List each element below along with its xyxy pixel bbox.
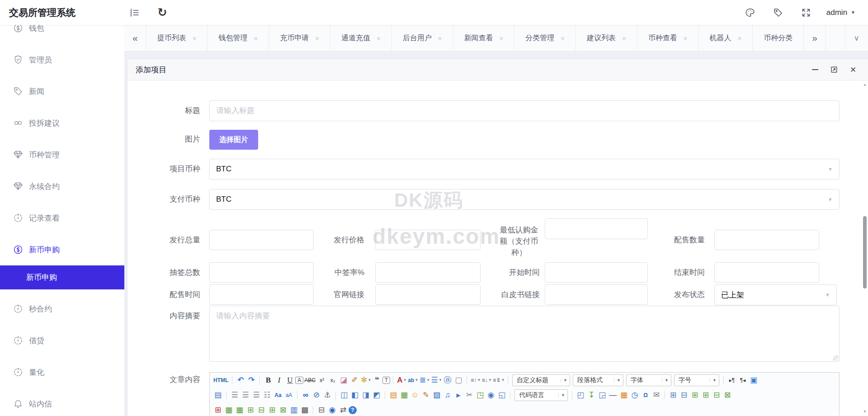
spechars-icon[interactable]: Ω xyxy=(640,390,651,401)
tab-close-icon[interactable]: × xyxy=(500,34,504,42)
lineheight-icon[interactable]: ≡⇕ xyxy=(492,375,505,386)
date-icon[interactable]: ▦ xyxy=(618,390,629,401)
italic-icon[interactable]: I xyxy=(274,375,284,386)
summary-textarea[interactable] xyxy=(209,306,840,362)
ordered-list-icon[interactable]: ≣ xyxy=(419,375,430,386)
splittocols-icon[interactable]: ⊠ xyxy=(278,405,288,416)
mergedown-icon[interactable]: ⊠ xyxy=(722,390,733,401)
issue-price-input[interactable] xyxy=(375,230,481,250)
splittocells-icon[interactable]: ⊟ xyxy=(256,405,267,416)
tab-item-币种查看[interactable]: 币种查看× xyxy=(637,25,699,51)
superscript-icon[interactable]: x² xyxy=(316,375,327,386)
attachment-icon[interactable]: ✂ xyxy=(464,390,475,401)
customstyle-select[interactable]: 自定义标题▼ xyxy=(512,374,570,386)
direction-ltr-icon[interactable]: ▸¶ xyxy=(726,375,737,386)
insertcode-select[interactable]: 代码语言▼ xyxy=(514,389,568,401)
refresh-icon[interactable]: ↻ xyxy=(155,5,170,20)
tab-item-机器人[interactable]: 机器人× xyxy=(699,25,753,51)
help-icon[interactable]: ? xyxy=(349,406,357,414)
tab-item-钱包管理[interactable]: 钱包管理× xyxy=(208,25,269,51)
sidebar-item-币种管理[interactable]: 币种管理 xyxy=(0,139,124,170)
background-icon[interactable]: ▨ xyxy=(431,390,442,401)
sidebar-item-投拆建议[interactable]: 投拆建议 xyxy=(0,107,124,139)
sidebar-item-管理员[interactable]: 管理员 xyxy=(0,44,124,76)
tab-item-新闻查看[interactable]: 新闻查看× xyxy=(453,25,515,51)
tolowercase-icon[interactable]: aA xyxy=(283,390,294,401)
selectall-icon[interactable]: ⓐ xyxy=(442,375,453,386)
map-icon[interactable]: ◳ xyxy=(475,390,486,401)
underline-icon[interactable]: U xyxy=(284,375,295,386)
deleterow-icon[interactable]: ▦ xyxy=(223,405,234,416)
rowspacing-bottom-icon[interactable]: ≡↓ xyxy=(481,375,492,386)
fullscreen-icon[interactable] xyxy=(798,5,814,20)
image-none-icon[interactable]: ◫ xyxy=(339,390,349,401)
template-icon[interactable]: ◰ xyxy=(575,390,586,401)
link-icon[interactable]: ∞ xyxy=(300,390,311,401)
pasteplain-icon[interactable]: T xyxy=(382,377,390,384)
maximize-icon[interactable] xyxy=(830,66,838,74)
anchor-icon[interactable]: ⚓ xyxy=(322,390,333,401)
inserttable-icon[interactable]: ⊞ xyxy=(668,390,679,401)
tab-item-建议列表[interactable]: 建议列表× xyxy=(576,25,637,51)
time-icon[interactable]: ◷ xyxy=(629,390,640,401)
insertrow-icon[interactable]: ⊞ xyxy=(689,390,700,401)
subscript-icon[interactable]: x₂ xyxy=(327,375,338,386)
rowspacing-top-icon[interactable]: ≡↑ xyxy=(470,375,481,386)
justify-justify-icon[interactable]: ☷ xyxy=(262,390,273,401)
charts-icon[interactable]: ▥ xyxy=(288,405,299,416)
tab-close-icon[interactable]: × xyxy=(622,34,626,42)
direction-rtl-icon[interactable]: ¶◂ xyxy=(737,375,748,386)
insertimage-icon[interactable]: ▦ xyxy=(399,390,410,401)
textarea-resize-grip[interactable] xyxy=(833,355,839,361)
fontsize-select[interactable]: 字号▼ xyxy=(674,374,719,386)
image-right-icon[interactable]: ◩ xyxy=(371,390,382,401)
splittorows-icon[interactable]: ⊞ xyxy=(267,405,278,416)
tab-close-icon[interactable]: × xyxy=(561,34,565,42)
tab-item-后台用户[interactable]: 后台用户× xyxy=(392,25,453,51)
scroll-down-arrow[interactable]: ▼ xyxy=(862,409,868,414)
unordered-list-icon[interactable]: ☰ xyxy=(430,375,442,386)
website-input[interactable] xyxy=(375,284,481,305)
sidebar-item-钱包[interactable]: 钱包 xyxy=(0,25,124,44)
tab-item-充币申请[interactable]: 充币申请× xyxy=(269,25,330,51)
allot-amount-input[interactable] xyxy=(714,230,819,250)
tab-close-icon[interactable]: × xyxy=(254,34,258,42)
deletetable-icon[interactable]: ⊟ xyxy=(679,390,689,401)
emotion-icon[interactable]: ☺ xyxy=(410,390,420,401)
print-icon[interactable]: ⊟ xyxy=(316,405,327,416)
scrawl-icon[interactable]: ✎ xyxy=(420,390,431,401)
justify-left-icon[interactable]: ☰ xyxy=(229,390,240,401)
fontfamily-select[interactable]: 字体▼ xyxy=(626,374,671,386)
end-time-input[interactable] xyxy=(714,262,819,283)
strikethrough-icon[interactable]: ABC xyxy=(303,375,316,386)
tag-icon-header[interactable] xyxy=(770,5,786,20)
preview-screen-icon[interactable]: ▣ xyxy=(748,375,759,386)
image-left-icon[interactable]: ◧ xyxy=(349,390,360,401)
start-time-input[interactable] xyxy=(545,262,648,283)
sidebar-item-记录查看[interactable]: 记录查看 xyxy=(0,202,124,234)
undo-icon[interactable]: ↶ xyxy=(235,375,246,386)
tab-item-币种分类[interactable]: 币种分类 xyxy=(753,25,804,51)
removeformat-eraser-icon[interactable]: ◪ xyxy=(338,375,349,386)
tab-item-提币列表[interactable]: 提币列表× xyxy=(146,25,208,51)
sidebar-item-站内信[interactable]: 站内信 xyxy=(0,388,124,416)
tab-close-icon[interactable]: × xyxy=(438,34,442,42)
tab-item-通道充值[interactable]: 通道充值× xyxy=(330,25,392,51)
wordimage-icon[interactable]: ✉ xyxy=(651,390,662,401)
redo-icon[interactable]: ↷ xyxy=(246,375,257,386)
music-icon[interactable]: ♫ xyxy=(442,390,453,401)
min-purchase-input[interactable] xyxy=(545,218,648,239)
gmap-icon[interactable]: ◉ xyxy=(486,390,496,401)
tab-close-icon[interactable]: × xyxy=(684,34,688,42)
searchreplace-icon[interactable]: ⇄ xyxy=(338,405,349,416)
tab-item-分类管理[interactable]: 分类管理× xyxy=(514,25,576,51)
autotypeset-magic-icon[interactable]: ✻ xyxy=(360,375,372,386)
snapscreen-icon[interactable]: ◲ xyxy=(597,390,608,401)
project-coin-select[interactable]: BTC ▼ xyxy=(209,159,840,180)
bold-icon[interactable]: B xyxy=(263,375,274,386)
formatmatch-brush-icon[interactable]: ✐ xyxy=(349,375,360,386)
backcolor-icon[interactable]: ab xyxy=(407,375,419,386)
edittable-icon[interactable]: ▩ xyxy=(299,405,310,416)
win-rate-input[interactable] xyxy=(375,262,481,283)
unlink-icon[interactable]: ⊘ xyxy=(311,390,322,401)
